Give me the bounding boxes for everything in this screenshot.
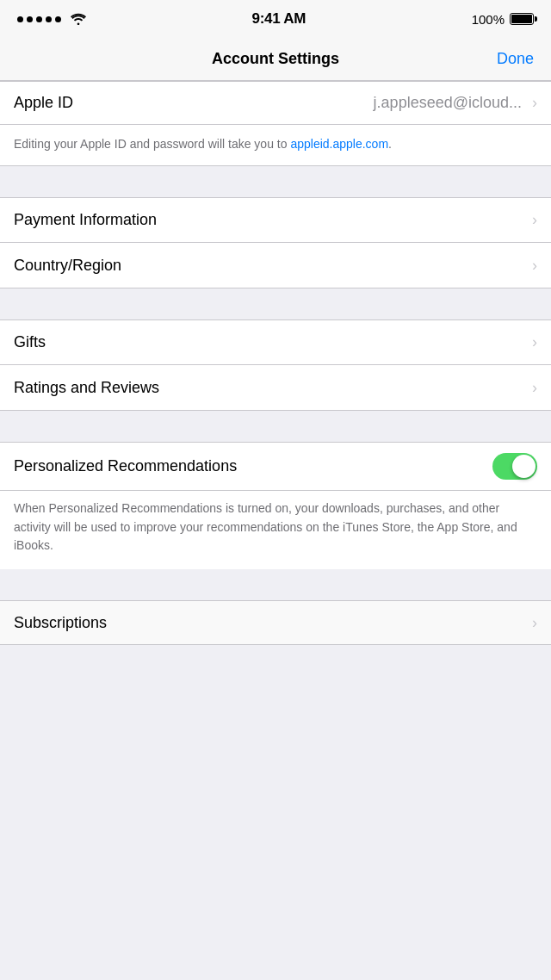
content: Apple ID j.appleseed@icloud... › Editing…: [0, 81, 551, 645]
apple-id-label: Apple ID: [14, 94, 374, 112]
payment-section: Payment Information › Country/Region ›: [0, 197, 551, 288]
ratings-chevron-icon: ›: [532, 379, 537, 397]
apple-id-section: Apple ID j.appleseed@icloud... › Editing…: [0, 81, 551, 166]
country-region-label: Country/Region: [14, 257, 529, 275]
signal-dot-2: [27, 16, 33, 22]
signal-dots: [17, 16, 61, 22]
apple-id-note-end: .: [388, 137, 392, 151]
signal-dot-3: [36, 16, 42, 22]
status-bar-right: 100%: [472, 12, 534, 27]
personalized-recommendations-label: Personalized Recommendations: [14, 457, 492, 475]
country-region-row[interactable]: Country/Region ›: [0, 243, 551, 288]
ratings-reviews-label: Ratings and Reviews: [14, 379, 529, 397]
status-bar-time: 9:41 AM: [252, 10, 306, 28]
payment-chevron-icon: ›: [532, 211, 537, 229]
gifts-section: Gifts › Ratings and Reviews ›: [0, 319, 551, 411]
ratings-reviews-row[interactable]: Ratings and Reviews ›: [0, 365, 551, 410]
apple-id-value: j.appleseed@icloud...: [374, 94, 522, 112]
battery-fill: [511, 15, 532, 23]
status-bar: 9:41 AM 100%: [0, 0, 551, 38]
signal-dot-5: [55, 16, 61, 22]
apple-id-chevron-icon: ›: [532, 94, 537, 112]
signal-dot-1: [17, 16, 23, 22]
apple-id-note-text: Editing your Apple ID and password will …: [14, 137, 290, 151]
wifi-icon: [71, 13, 86, 25]
country-chevron-icon: ›: [532, 257, 537, 275]
signal-dot-4: [46, 16, 52, 22]
apple-id-row[interactable]: Apple ID j.appleseed@icloud... ›: [0, 82, 551, 125]
subscriptions-row[interactable]: Subscriptions ›: [0, 600, 551, 645]
apple-id-note: Editing your Apple ID and password will …: [0, 125, 551, 165]
personalized-recommendations-row: Personalized Recommendations: [0, 443, 551, 491]
gifts-row[interactable]: Gifts ›: [0, 320, 551, 365]
spacer-4: [0, 569, 551, 600]
nav-title: Account Settings: [212, 50, 339, 68]
gifts-chevron-icon: ›: [532, 333, 537, 351]
done-button[interactable]: Done: [497, 50, 534, 68]
battery-percent: 100%: [472, 12, 505, 27]
personalized-recommendations-toggle[interactable]: [492, 453, 537, 480]
battery-icon: [510, 13, 534, 25]
subscriptions-label: Subscriptions: [14, 614, 529, 632]
payment-information-row[interactable]: Payment Information ›: [0, 198, 551, 243]
gifts-label: Gifts: [14, 333, 529, 351]
status-bar-left: [17, 13, 86, 25]
spacer-1: [0, 166, 551, 197]
nav-bar: Account Settings Done: [0, 38, 551, 81]
spacer-3: [0, 411, 551, 442]
apple-id-link[interactable]: appleid.apple.com: [290, 137, 388, 151]
spacer-2: [0, 288, 551, 319]
payment-information-label: Payment Information: [14, 211, 529, 229]
personalized-recommendations-note: When Personalized Recommendations is tur…: [0, 491, 551, 569]
subscriptions-chevron-icon: ›: [532, 614, 537, 632]
recommendations-section: Personalized Recommendations When Person…: [0, 442, 551, 569]
battery-container: [510, 13, 534, 25]
